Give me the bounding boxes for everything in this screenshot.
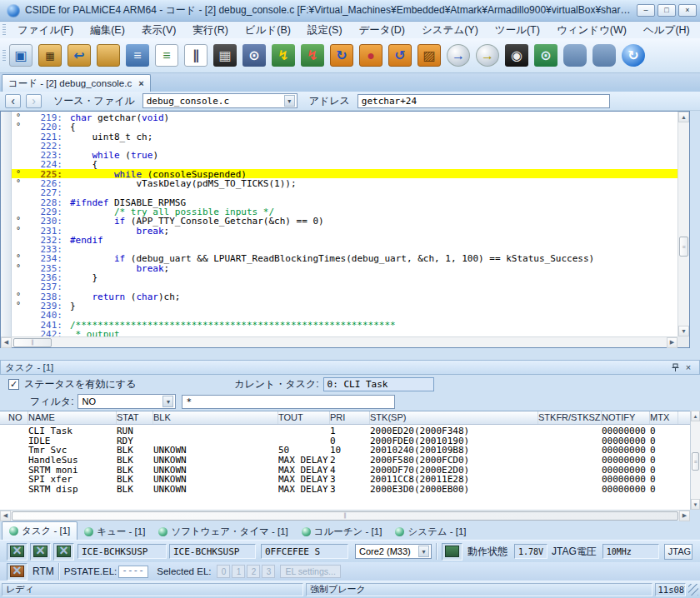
scrollbar-thumb[interactable]: ≡ xyxy=(692,452,699,471)
column-header-blk[interactable]: BLK xyxy=(153,411,278,424)
column-header-notify[interactable]: NOTIFY xyxy=(602,411,650,424)
menu-item-9[interactable]: ウィンドウ(W) xyxy=(548,22,635,39)
source-file-icon[interactable] xyxy=(126,44,149,67)
import-project-icon[interactable] xyxy=(68,44,91,67)
task-table-body[interactable]: CLI TaskRUN12000ED20(2000F348)000000000I… xyxy=(0,425,690,510)
compare-files-icon[interactable] xyxy=(184,44,208,67)
scrollbar-thumb[interactable]: ≡ xyxy=(679,237,688,257)
core-select[interactable]: Core2 (M33) ▾ xyxy=(355,544,432,559)
open-project-icon[interactable] xyxy=(38,44,62,67)
ice-chip-1-icon[interactable] xyxy=(7,543,28,561)
column-header-no[interactable]: NO xyxy=(8,411,28,424)
column-header-stk-sp-[interactable]: STK(SP) xyxy=(370,411,538,424)
editor-horizontal-scrollbar[interactable]: ◀ ∥ ▶ xyxy=(1,336,678,347)
run-icon[interactable] xyxy=(330,44,353,67)
chip-inspect-icon[interactable] xyxy=(534,44,558,67)
chevron-down-icon[interactable]: ▾ xyxy=(284,95,295,107)
el-button-0[interactable]: 0 xyxy=(217,565,230,578)
scroll-left-icon[interactable]: ◀ xyxy=(1,337,12,348)
menu-item-10[interactable]: ヘルプ(H) xyxy=(635,22,698,39)
scroll-up-icon[interactable]: ▲ xyxy=(678,112,689,122)
flash-write-icon[interactable] xyxy=(272,44,295,67)
column-header-mtx[interactable]: MTX xyxy=(650,411,678,424)
panel-tab-3[interactable]: コルーチン - [1] xyxy=(295,523,389,540)
toolbar-grip[interactable] xyxy=(2,24,6,36)
filter-select[interactable]: NO ▾ xyxy=(78,394,176,409)
table-row[interactable]: IDLERDY02000FDE0(20010190)000000000 xyxy=(8,436,690,446)
chevron-down-icon[interactable]: ▾ xyxy=(418,546,429,557)
menu-item-7[interactable]: システム(Y) xyxy=(413,22,487,39)
scrollbar-thumb[interactable]: ∥ xyxy=(13,338,52,347)
column-header-tout[interactable]: TOUT xyxy=(278,411,330,424)
close-button[interactable]: × xyxy=(678,4,697,17)
pin-icon[interactable] xyxy=(668,361,682,373)
rtm-chip-icon[interactable] xyxy=(7,563,28,581)
tab-code-debug-console[interactable]: コード - [2] debug_console.c × xyxy=(2,74,151,92)
break-hand2-icon[interactable] xyxy=(592,44,616,67)
maximize-button[interactable]: □ xyxy=(658,4,676,17)
menu-item-0[interactable]: ファイル(F) xyxy=(9,22,82,39)
el-settings-button[interactable]: EL settings... xyxy=(280,565,340,578)
column-header-stkfr-stksz[interactable]: STKFR/STKSZ xyxy=(538,411,602,424)
break-hand-icon[interactable] xyxy=(563,44,587,67)
menu-item-1[interactable]: 編集(E) xyxy=(82,22,133,39)
back-button[interactable]: ‹ xyxy=(5,94,21,108)
tab-close-icon[interactable]: × xyxy=(138,78,143,88)
menu-item-2[interactable]: 表示(V) xyxy=(133,22,185,39)
panel-tab-4[interactable]: システム - [1] xyxy=(388,523,472,540)
scroll-down-icon[interactable]: ▼ xyxy=(691,499,700,510)
code-window-icon[interactable] xyxy=(9,44,32,67)
menu-item-6[interactable]: データ(D) xyxy=(351,22,413,39)
stop-icon[interactable] xyxy=(359,44,382,67)
code-lines[interactable]: °219:char getchar(void)°220:{221: uint8_… xyxy=(12,112,678,336)
panel-tab-1[interactable]: キュー - [1] xyxy=(78,523,152,540)
el-button-3[interactable]: 3 xyxy=(262,565,275,578)
table-row[interactable]: CLI TaskRUN12000ED20(2000F348)000000000 xyxy=(8,426,690,436)
ice-chip-2-icon[interactable] xyxy=(30,543,51,561)
chevron-down-icon[interactable]: ▾ xyxy=(162,396,173,407)
scroll-down-icon[interactable]: ▼ xyxy=(678,326,689,336)
menu-item-4[interactable]: ビルド(B) xyxy=(237,22,299,39)
toolbar-grip[interactable] xyxy=(2,50,6,62)
column-header-name[interactable]: NAME xyxy=(28,411,117,424)
filter-pattern-input[interactable] xyxy=(182,395,395,409)
el-button-1[interactable]: 1 xyxy=(232,565,245,578)
menu-item-3[interactable]: 実行(R) xyxy=(184,22,236,39)
table-row[interactable]: Tmr SvcBLKUNKOWN501020010240(200109B8)00… xyxy=(8,445,690,455)
table-row[interactable]: SRTM moniBLKUNKOWNMAX_DELAY42000DF70(200… xyxy=(8,465,690,475)
address-input[interactable] xyxy=(358,94,610,108)
source-file-select[interactable]: debug_console.c ▾ xyxy=(142,93,298,108)
snapshot-icon[interactable] xyxy=(505,44,528,67)
table-row[interactable]: SRTM dispBLKUNKOWNMAX_DELAY32000E3D0(200… xyxy=(8,484,690,494)
resize-grip[interactable] xyxy=(688,584,698,596)
scroll-left-icon[interactable]: ◀ xyxy=(0,511,11,521)
step-in-icon[interactable] xyxy=(447,44,470,67)
scrollbar-thumb[interactable]: ∥ xyxy=(12,511,678,521)
forward-button[interactable]: › xyxy=(26,94,42,108)
menu-item-8[interactable]: ツール(T) xyxy=(487,22,548,39)
open-folder-icon[interactable] xyxy=(97,44,120,67)
table-row[interactable]: SPI xferBLKUNKOWNMAX_DELAY320011CC8(2001… xyxy=(8,474,690,484)
menu-item-5[interactable]: 設定(S) xyxy=(299,22,351,39)
reset-icon[interactable] xyxy=(418,44,441,67)
symbol-search-icon[interactable] xyxy=(242,44,266,67)
step-over-icon[interactable] xyxy=(476,44,499,67)
ice-chip-3-icon[interactable] xyxy=(53,543,74,561)
jtag-clock-button[interactable]: JTAGク xyxy=(664,544,692,560)
status-enable-checkbox[interactable]: ✓ xyxy=(8,379,19,390)
panel-tab-2[interactable]: ソフトウェア・タイマ - [1] xyxy=(152,523,294,540)
panel-tab-0[interactable]: タスク - [1] xyxy=(2,521,78,540)
watch-list-icon[interactable] xyxy=(155,44,178,67)
table-vertical-scrollbar[interactable]: ▲ ≡ ▼ xyxy=(690,411,700,510)
refresh-icon[interactable] xyxy=(622,44,645,67)
code-editor[interactable]: °219:char getchar(void)°220:{221: uint8_… xyxy=(0,111,690,348)
task-panel-titlebar[interactable]: タスク - [1] × xyxy=(0,360,700,375)
table-row[interactable]: HandleSusBLKUNKOWNMAX_DELAY22000F580(200… xyxy=(8,455,690,465)
editor-vertical-scrollbar[interactable]: ▲ ≡ ▼ xyxy=(678,112,689,336)
column-header-stat[interactable]: STAT xyxy=(117,411,153,424)
column-header-pri[interactable]: PRI xyxy=(330,411,370,424)
reset-run-icon[interactable] xyxy=(388,44,412,67)
scroll-right-icon[interactable]: ▶ xyxy=(679,511,690,521)
el-button-2[interactable]: 2 xyxy=(247,565,260,578)
minimize-button[interactable]: – xyxy=(637,4,655,17)
